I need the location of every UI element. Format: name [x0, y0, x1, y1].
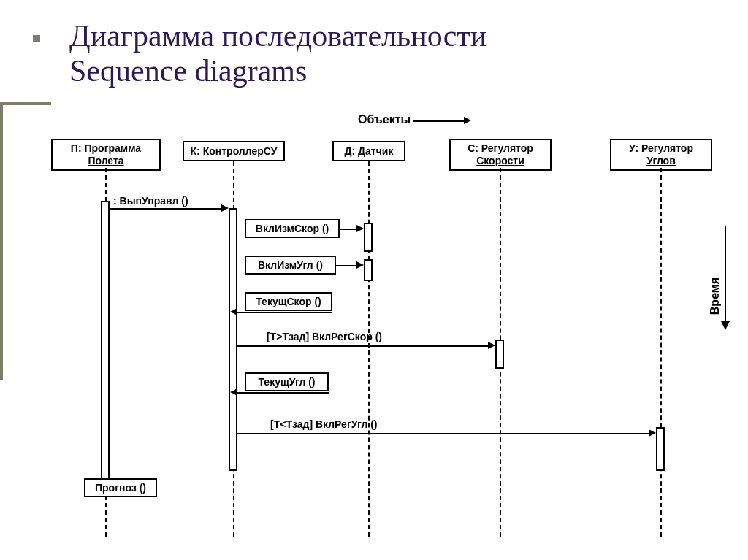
time-arrow-shaft — [725, 226, 726, 321]
objects-arrow-line — [413, 120, 464, 122]
msg-1-line — [110, 208, 223, 210]
activation-k — [229, 208, 237, 471]
msg-4-line — [237, 312, 332, 313]
activation-s — [495, 340, 504, 369]
sequence-diagram: Объекты П: Программа Полета К: Контролле… — [44, 113, 738, 537]
msg-3-label: ВклИзмУгл () — [245, 256, 336, 275]
msg-4-label: ТекущСкор () — [245, 292, 332, 311]
msg-6-line — [237, 392, 329, 394]
participant-s: С: Регулятор Скорости — [449, 139, 552, 171]
time-label: Время — [709, 277, 722, 315]
msg-6-label: ТекущУгл () — [245, 372, 329, 391]
msg-5-line — [237, 345, 489, 347]
participant-d: Д: Датчик — [332, 141, 405, 161]
msg-5-arrow — [488, 342, 495, 349]
title-bullet — [33, 35, 40, 42]
msg-2-arrow — [356, 225, 364, 232]
participant-k: К: КонтроллерСУ — [183, 141, 285, 161]
msg-7-arrow — [649, 429, 656, 437]
objects-arrow-head — [464, 117, 471, 124]
msg-1-arrow — [221, 204, 229, 212]
msg-1-label: : ВыпУправл () — [113, 195, 188, 207]
slide-title: Диаграмма последовательности Sequence di… — [69, 18, 486, 89]
msg-5-label: [Т>Тзад] ВклРегСкор () — [267, 331, 382, 342]
activation-d1 — [364, 223, 373, 252]
msg-7-line — [237, 433, 650, 434]
msg-3-arrow — [356, 261, 364, 269]
lifeline-d — [368, 161, 370, 537]
objects-label: Объекты — [358, 113, 411, 126]
title-line-1: Диаграмма последовательности — [69, 19, 486, 53]
participant-p: П: Программа Полета — [51, 139, 161, 171]
msg-3-line — [336, 265, 358, 266]
accent-bar-vertical — [0, 102, 3, 380]
msg-6-arrow — [230, 388, 237, 396]
accent-bar-horizontal — [0, 102, 51, 105]
activation-p — [101, 201, 110, 493]
participant-u: У: Регулятор Углов — [610, 139, 712, 171]
msg-7-label: [Т<Тзад] ВклРегУгл () — [270, 418, 378, 430]
title-line-2: Sequence diagrams — [69, 54, 307, 88]
time-arrow-head — [721, 321, 730, 330]
activation-u — [656, 427, 665, 471]
activation-d2 — [364, 259, 373, 281]
msg-8-label: Прогноз () — [84, 478, 157, 497]
msg-2-label: ВклИзмСкор () — [245, 219, 340, 238]
lifeline-u — [660, 168, 662, 537]
msg-2-line — [340, 229, 358, 230]
msg-4-arrow — [230, 308, 237, 315]
